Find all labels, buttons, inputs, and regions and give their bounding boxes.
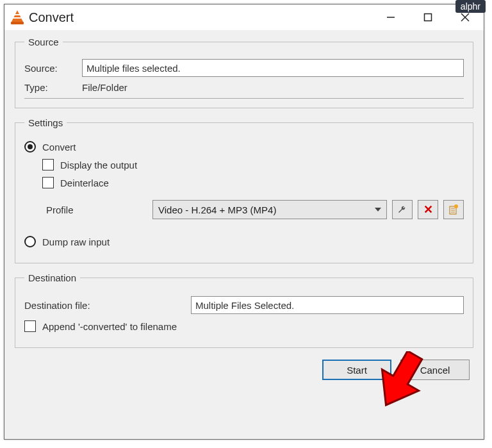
titlebar: Convert	[4, 4, 484, 30]
convert-dialog: Convert Source Source: Multiple files se…	[4, 4, 484, 440]
new-profile-icon	[448, 204, 459, 215]
radio-icon	[24, 236, 36, 247]
wrench-icon	[397, 204, 407, 215]
destination-legend: Destination	[24, 272, 80, 283]
type-value: File/Folder	[82, 82, 127, 93]
maximize-button[interactable]	[409, 4, 447, 30]
display-output-checkbox[interactable]: Display the output	[42, 159, 464, 170]
alphr-badge: alphr	[455, 0, 486, 13]
svg-point-8	[454, 204, 458, 208]
destination-file-input[interactable]: Multiple Files Selected.	[191, 296, 464, 314]
source-group: Source Source: Multiple files selected. …	[15, 37, 473, 108]
chevron-down-icon	[375, 208, 381, 212]
checkbox-icon	[42, 159, 54, 170]
source-input[interactable]: Multiple files selected.	[82, 59, 464, 77]
destination-group: Destination Destination file: Multiple F…	[15, 272, 473, 348]
edit-profile-button[interactable]	[392, 200, 413, 219]
dump-raw-radio[interactable]: Dump raw input	[24, 236, 464, 247]
divider	[24, 98, 464, 99]
delete-profile-button[interactable]: ✕	[418, 200, 438, 219]
new-profile-button[interactable]	[443, 200, 464, 219]
append-converted-label: Append '-converted' to filename	[42, 321, 177, 332]
window-title: Convert	[29, 10, 74, 25]
deinterlace-label: Deinterlace	[60, 178, 109, 188]
profile-combobox[interactable]: Video - H.264 + MP3 (MP4)	[152, 200, 387, 219]
profile-label: Profile	[24, 204, 152, 215]
source-legend: Source	[24, 37, 63, 47]
profile-value: Video - H.264 + MP3 (MP4)	[158, 204, 276, 215]
destination-file-label: Destination file:	[24, 300, 191, 311]
minimize-button[interactable]	[372, 4, 409, 30]
append-converted-checkbox[interactable]: Append '-converted' to filename	[24, 320, 464, 332]
type-label: Type:	[24, 82, 82, 93]
deinterlace-checkbox[interactable]: Deinterlace	[42, 177, 464, 188]
dump-raw-label: Dump raw input	[42, 236, 110, 247]
checkbox-icon	[24, 320, 36, 332]
radio-icon	[24, 141, 36, 153]
settings-legend: Settings	[24, 117, 67, 128]
svg-rect-1	[425, 14, 432, 21]
checkbox-icon	[42, 177, 54, 188]
display-output-label: Display the output	[60, 160, 137, 170]
source-label: Source:	[24, 63, 82, 74]
settings-group: Settings Convert Display the output Dein…	[15, 117, 473, 263]
x-icon: ✕	[423, 203, 433, 217]
start-button[interactable]: Start	[322, 360, 391, 380]
vlc-cone-icon	[11, 10, 24, 24]
convert-radio-label: Convert	[42, 142, 76, 153]
convert-radio[interactable]: Convert	[24, 141, 464, 153]
dialog-footer: Start Cancel	[15, 357, 473, 380]
cancel-button[interactable]: Cancel	[400, 360, 470, 380]
